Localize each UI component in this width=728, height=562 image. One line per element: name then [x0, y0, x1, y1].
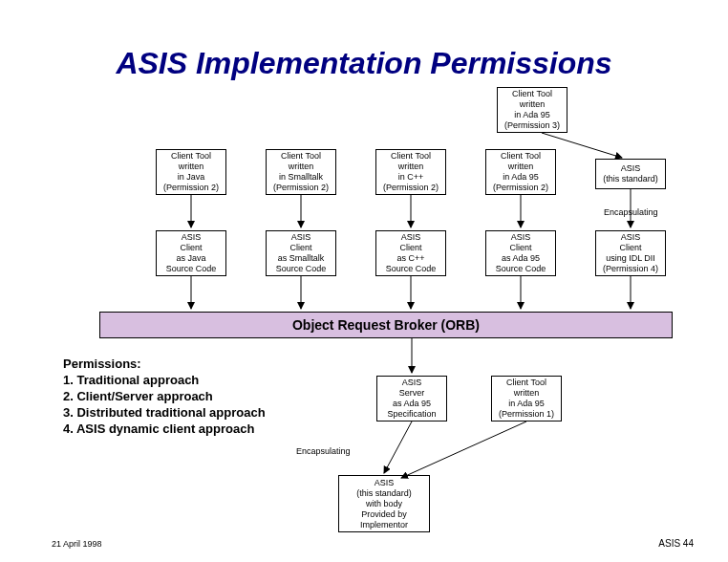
box-line: ASIS	[268, 232, 333, 243]
box-line: Client Tool	[378, 151, 443, 162]
box-line: Source Code	[159, 264, 224, 274]
box-line: in Ada 95	[494, 399, 559, 409]
box-asis-java: ASIS Client as Java Source Code	[156, 230, 226, 276]
box-line: Client	[159, 243, 224, 253]
box-line: Client	[378, 243, 443, 253]
box-line: Specification	[379, 409, 444, 420]
orb-bar: Object Request Broker (ORB)	[99, 312, 673, 338]
box-line: (Permission 4)	[598, 264, 663, 274]
box-line: Source Code	[488, 264, 553, 274]
box-line: with body	[341, 499, 427, 509]
box-line: (Permission 2)	[268, 183, 333, 193]
svg-line-12	[384, 422, 412, 473]
box-line: (Permission 1)	[494, 409, 559, 420]
box-ct-cpp: Client Tool written in C++ (Permission 2…	[375, 149, 446, 195]
box-line: Client	[598, 243, 663, 253]
box-line: Client Tool	[159, 151, 224, 162]
footer-date: 21 April 1998	[52, 539, 102, 549]
permissions-item: 3. Distributed traditional approach	[63, 404, 266, 421]
box-line: as Smalltalk	[268, 253, 333, 264]
box-line: (Permission 3)	[500, 120, 565, 131]
box-line: Client Tool	[488, 151, 553, 162]
permissions-item: 2. Client/Server approach	[63, 388, 266, 404]
box-line: as Ada 95	[379, 399, 444, 409]
box-line: written	[494, 388, 559, 399]
permissions-item: 4. ASIS dynamic client approach	[63, 421, 266, 437]
box-line: ASIS	[598, 232, 663, 243]
svg-line-13	[401, 422, 526, 478]
permissions-list: Permissions: 1. Traditional approach 2. …	[63, 356, 266, 437]
box-line: Server	[379, 388, 444, 399]
box-line: Client	[268, 243, 333, 253]
box-line: in Ada 95	[500, 110, 565, 120]
box-line: ASIS	[378, 232, 443, 243]
box-ct-ada95-p3: Client Tool written in Ada 95 (Permissio…	[497, 87, 567, 133]
footer-page: ASIS 44	[658, 538, 694, 549]
permissions-item: 1. Traditional approach	[63, 372, 266, 388]
box-ct-java: Client Tool written in Java (Permission …	[156, 149, 226, 195]
box-line: Implementor	[341, 520, 427, 530]
box-line: Client Tool	[500, 89, 565, 99]
box-line: in Java	[159, 172, 224, 183]
box-asis-smalltalk: ASIS Client as Smalltalk Source Code	[266, 230, 336, 276]
box-line: ASIS	[341, 478, 427, 488]
box-line: written	[500, 99, 565, 110]
box-line: Client Tool	[494, 378, 559, 388]
box-line: Source Code	[378, 264, 443, 274]
box-line: ASIS	[598, 163, 663, 174]
box-line: (Permission 2)	[159, 183, 224, 193]
box-ct-smalltalk: Client Tool written in Smalltalk (Permis…	[266, 149, 336, 195]
box-asis-ada95: ASIS Client as Ada 95 Source Code	[485, 230, 556, 276]
box-line: ASIS	[159, 232, 224, 243]
box-line: as Java	[159, 253, 224, 264]
box-asis-std-top: ASIS (this standard)	[595, 159, 666, 189]
box-line: Source Code	[268, 264, 333, 274]
box-line: using IDL DII	[598, 253, 663, 264]
permissions-title: Permissions:	[63, 356, 266, 372]
box-line: Provided by	[341, 509, 427, 520]
box-line: (this standard)	[341, 488, 427, 499]
box-asis-idl: ASIS Client using IDL DII (Permission 4)	[595, 230, 666, 276]
box-line: written	[378, 162, 443, 172]
encapsulating-label-bottom: Encapsulating	[296, 446, 351, 456]
box-line: in Ada 95	[488, 172, 553, 183]
box-line: in C++	[378, 172, 443, 183]
box-line: Client	[488, 243, 553, 253]
box-line: written	[268, 162, 333, 172]
box-line: written	[159, 162, 224, 172]
box-line: (this standard)	[598, 174, 663, 184]
box-line: as C++	[378, 253, 443, 264]
box-line: (Permission 2)	[488, 183, 553, 193]
box-line: Client Tool	[268, 151, 333, 162]
box-line: ASIS	[488, 232, 553, 243]
box-line: as Ada 95	[488, 253, 553, 264]
box-line: written	[488, 162, 553, 172]
box-ct-ada95-p2: Client Tool written in Ada 95 (Permissio…	[485, 149, 556, 195]
box-asis-server: ASIS Server as Ada 95 Specification	[376, 376, 447, 422]
box-line: ASIS	[379, 378, 444, 388]
box-asis-cpp: ASIS Client as C++ Source Code	[375, 230, 446, 276]
encapsulating-label-top: Encapsulating	[604, 207, 671, 217]
box-asis-std-bottom: ASIS (this standard) with body Provided …	[338, 475, 430, 532]
box-line: in Smalltalk	[268, 172, 333, 183]
box-ct-ada95-p1: Client Tool written in Ada 95 (Permissio…	[491, 376, 562, 422]
diagram-title: ASIS Implementation Permissions	[0, 46, 728, 81]
box-line: (Permission 2)	[378, 183, 443, 193]
